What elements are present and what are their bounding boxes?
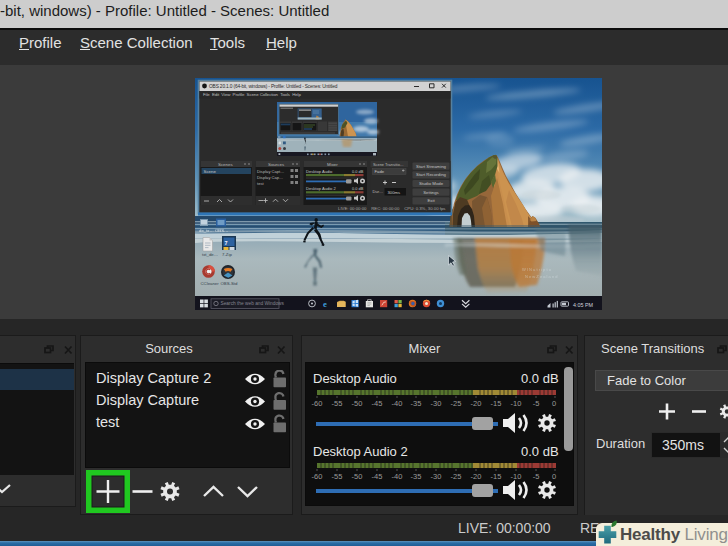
svg-text:0.0 dB: 0.0 dB xyxy=(352,169,364,174)
svg-text:Studio Mode: Studio Mode xyxy=(419,181,444,186)
svg-text:7: 7 xyxy=(225,240,228,246)
svg-text:N e w Z e a l a n d: N e w Z e a l a n d xyxy=(525,274,557,279)
svg-text:Desktop Audio: Desktop Audio xyxy=(306,169,333,174)
svg-text:-20: -20 xyxy=(471,472,482,481)
svg-text:-15: -15 xyxy=(491,399,502,408)
svg-text:Scene Transitio…: Scene Transitio… xyxy=(373,162,404,167)
svg-text:Start Streaming: Start Streaming xyxy=(416,164,446,169)
svg-text:File Edit View Profile Sce: File Edit View Profile Scene Collection … xyxy=(203,92,301,97)
svg-text:Mixer: Mixer xyxy=(327,162,338,167)
svg-text:Exit: Exit xyxy=(427,198,435,203)
svg-text:-60: -60 xyxy=(312,472,323,481)
svg-text:OBS…: OBS… xyxy=(215,228,228,233)
svg-text:-20: -20 xyxy=(471,399,482,408)
svg-text:txt_de…: txt_de… xyxy=(202,252,218,257)
svg-text:LIVE: 00:00:00 REC: 00:00:0: LIVE: 00:00:00 REC: 00:00:00 CPU: 0.3%, … xyxy=(338,206,446,211)
svg-text:Display Cap…: Display Cap… xyxy=(257,175,283,180)
svg-text:4:05 PM: 4:05 PM xyxy=(573,302,594,308)
svg-text:Desktop Audio 2: Desktop Audio 2 xyxy=(306,186,337,191)
svg-text:Search the web and Windows: Search the web and Windows xyxy=(221,301,285,306)
svg-text:-55: -55 xyxy=(332,472,343,481)
svg-text:-35: -35 xyxy=(411,472,422,481)
svg-text:0: 0 xyxy=(552,399,556,408)
svg-text:de_tx…: de_tx… xyxy=(199,228,214,233)
svg-text:Display Capt…: Display Capt… xyxy=(257,169,284,174)
svg-text:OBS-Std: OBS-Std xyxy=(221,281,239,286)
svg-text:-50: -50 xyxy=(352,399,363,408)
svg-text:e: e xyxy=(323,299,327,309)
svg-text:-30: -30 xyxy=(431,399,442,408)
svg-text:-45: -45 xyxy=(372,399,383,408)
svg-text:-5: -5 xyxy=(533,399,540,408)
svg-text:-45: -45 xyxy=(372,472,383,481)
svg-text:Dur…: Dur… xyxy=(373,189,384,194)
svg-text:Scenes: Scenes xyxy=(218,162,233,167)
svg-text:-50: -50 xyxy=(352,472,363,481)
svg-text:-55: -55 xyxy=(332,399,343,408)
svg-text:Start Recording: Start Recording xyxy=(416,172,446,177)
svg-text:CCleaner: CCleaner xyxy=(201,281,220,286)
svg-text:Fade: Fade xyxy=(375,169,385,174)
svg-text:test: test xyxy=(257,181,264,186)
svg-text:-60: -60 xyxy=(312,399,323,408)
svg-text:Scene: Scene xyxy=(204,169,217,174)
svg-text:300ms: 300ms xyxy=(388,190,401,195)
svg-text:-30: -30 xyxy=(431,472,442,481)
svg-text:0.0 dB: 0.0 dB xyxy=(352,186,364,191)
svg-text:OBS 20.1.0 (64-bit, windows) -: OBS 20.1.0 (64-bit, windows) - Profile: … xyxy=(209,84,338,89)
svg-text:7-Zip: 7-Zip xyxy=(222,252,232,257)
svg-text:-40: -40 xyxy=(392,399,403,408)
svg-text:-10: -10 xyxy=(511,399,522,408)
svg-text:-40: -40 xyxy=(392,472,403,481)
svg-text:-35: -35 xyxy=(411,399,422,408)
svg-text:Sources: Sources xyxy=(268,162,285,167)
svg-text:W I N a t r i p t o: W I N a t r i p t o xyxy=(522,267,552,272)
svg-text:Settings: Settings xyxy=(423,190,439,195)
svg-text:-25: -25 xyxy=(451,472,462,481)
svg-text:-25: -25 xyxy=(451,399,462,408)
